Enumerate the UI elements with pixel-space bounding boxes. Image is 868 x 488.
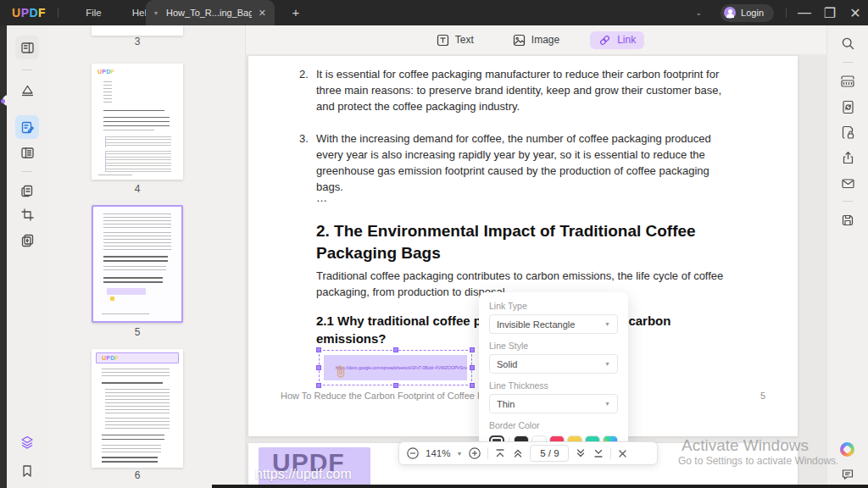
- previous-page-button[interactable]: [512, 447, 524, 459]
- link-annotation-selection[interactable]: https://docs.google.com/spreadsheets/d/1…: [319, 350, 472, 385]
- feedback-icon[interactable]: [836, 463, 860, 486]
- reader-view-icon[interactable]: [15, 36, 39, 59]
- mini-link-highlight: UPDF: [96, 352, 179, 363]
- page-4-label: 4: [92, 183, 183, 195]
- extract-pages-icon[interactable]: [15, 228, 39, 252]
- next-page-button[interactable]: [575, 447, 587, 459]
- logo-letter: U: [12, 6, 21, 19]
- line-thickness-value: Thin: [497, 399, 515, 409]
- pages-copy-icon[interactable]: [15, 179, 39, 202]
- document-tab[interactable]: ▾ How_To_R...ing_Bags* ✕: [146, 0, 275, 25]
- divider: [786, 8, 787, 18]
- link-type-select[interactable]: Invisible Rectangle ▼: [489, 314, 618, 334]
- link-annotation-fill[interactable]: https://docs.google.com/spreadsheets/d/1…: [324, 355, 467, 380]
- paperclip-icon: [334, 363, 348, 380]
- image-icon: [513, 34, 526, 47]
- list-item: 3. With the increasing demand for coffee…: [299, 130, 733, 195]
- link-type-value: Invisible Rectangle: [497, 319, 575, 330]
- search-icon[interactable]: [836, 31, 860, 55]
- line-thickness-select[interactable]: Thin ▼: [489, 394, 618, 413]
- page-5-thumbnail[interactable]: [92, 205, 183, 323]
- page-3-label: 3: [92, 36, 183, 47]
- link-tool-label: Link: [617, 34, 636, 46]
- page-3-thumbnail[interactable]: [92, 25, 183, 36]
- title-bar: U P D F File Help ▾ How_To_R...ing_Bags*…: [0, 0, 868, 25]
- zoom-dropdown-icon[interactable]: ▼: [456, 451, 462, 457]
- logo-letter: P: [21, 6, 30, 19]
- chevron-down-icon: ▼: [604, 321, 610, 327]
- list-item: 2. It is essential for coffee packaging …: [299, 66, 733, 114]
- ai-assistant-icon[interactable]: [840, 442, 854, 457]
- resize-handle[interactable]: [470, 365, 475, 370]
- updf-window: U P D F File Help ▾ How_To_R...ing_Bags*…: [0, 0, 868, 488]
- resize-handle[interactable]: [316, 347, 321, 352]
- annotate-marker-icon[interactable]: [15, 78, 39, 102]
- resize-handle[interactable]: [470, 347, 475, 352]
- close-button[interactable]: ✕: [843, 0, 868, 25]
- menu-file[interactable]: File: [70, 0, 117, 25]
- taskbar-edge: [212, 485, 868, 488]
- image-tool-button[interactable]: Image: [504, 31, 568, 49]
- line-style-value: Solid: [497, 359, 517, 369]
- zoom-level[interactable]: 141%: [426, 448, 450, 458]
- zoom-in-button[interactable]: [468, 446, 481, 460]
- chevron-down-icon: ▼: [604, 361, 610, 367]
- page-5-label: 5: [92, 326, 183, 338]
- resize-handle[interactable]: [470, 383, 475, 388]
- save-icon[interactable]: [836, 208, 860, 232]
- protect-icon[interactable]: [836, 120, 860, 144]
- layers-icon[interactable]: [15, 430, 39, 454]
- organize-pages-icon[interactable]: [15, 141, 39, 164]
- minimize-button[interactable]: —: [792, 0, 817, 25]
- ocr-icon[interactable]: [836, 69, 860, 93]
- crop-icon[interactable]: [15, 202, 39, 226]
- divider: [22, 171, 32, 172]
- page-indicator-input[interactable]: 5 / 9: [530, 445, 569, 462]
- zoom-out-button[interactable]: [406, 446, 420, 460]
- resize-handle[interactable]: [316, 383, 321, 388]
- close-toolbar-button[interactable]: [617, 448, 628, 459]
- tab-close-icon[interactable]: ✕: [259, 8, 266, 19]
- link-icon: [598, 34, 611, 47]
- text-tool-button[interactable]: Text: [428, 31, 482, 49]
- restore-button[interactable]: ❐: [817, 0, 843, 25]
- divider: [58, 8, 58, 18]
- page-6-thumbnail[interactable]: UPDF: [92, 349, 183, 468]
- edit-pdf-icon[interactable]: [15, 115, 39, 139]
- ellipsis-text: …: [316, 191, 327, 204]
- text-icon: [437, 34, 449, 47]
- link-tool-button[interactable]: Link: [590, 31, 644, 49]
- page-4-thumbnail[interactable]: UPDF: [92, 64, 183, 180]
- divider: [22, 69, 32, 70]
- last-page-button[interactable]: [593, 447, 604, 459]
- page-footer-number: 5: [760, 391, 765, 401]
- titlebar-chevron-icon[interactable]: ⌄: [696, 8, 703, 17]
- line-style-select[interactable]: Solid ▼: [489, 354, 618, 374]
- bookmark-icon[interactable]: [15, 459, 39, 483]
- divider: [843, 62, 853, 63]
- first-page-button[interactable]: [494, 447, 506, 459]
- link-properties-popup: Link Type Invisible Rectangle ▼ Line Sty…: [479, 292, 628, 446]
- page-navigation-toolbar: 141% ▼ 5 / 9: [398, 441, 658, 465]
- left-tool-rail: [7, 25, 47, 488]
- tab-dropdown-icon[interactable]: ▾: [154, 9, 158, 17]
- avatar: [724, 7, 736, 19]
- logo-letter: F: [38, 6, 46, 19]
- logo-letter: D: [29, 6, 38, 19]
- divider: [610, 447, 611, 459]
- mini-updf-logo: UPDF: [102, 355, 119, 361]
- mail-icon[interactable]: [836, 171, 860, 195]
- mini-updf-logo: UPDF: [97, 69, 114, 75]
- selected-tool-dot: [1, 99, 5, 103]
- resize-handle[interactable]: [316, 365, 321, 370]
- share-icon[interactable]: [836, 146, 860, 169]
- login-button[interactable]: Login: [721, 4, 774, 22]
- resize-handle[interactable]: [393, 383, 398, 388]
- right-tool-rail: [826, 25, 868, 488]
- new-tab-button[interactable]: +: [287, 3, 305, 22]
- link-annotation-url: https://docs.google.com/spreadsheets/d/1…: [336, 365, 467, 370]
- convert-icon[interactable]: [836, 95, 860, 119]
- page-6-label: 6: [92, 469, 183, 481]
- link-type-label: Link Type: [489, 301, 618, 311]
- resize-handle[interactable]: [393, 347, 398, 352]
